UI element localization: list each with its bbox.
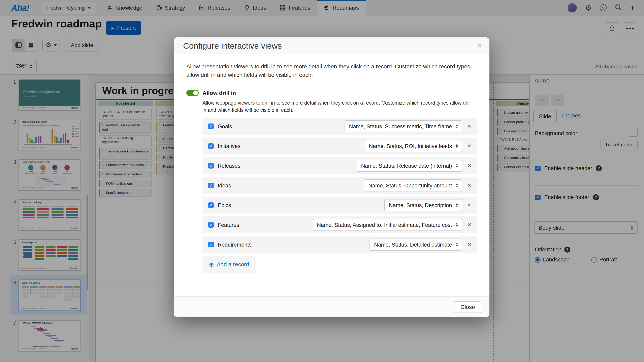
fields-select[interactable]: Name, Status, ROI, Initiative leads: [364, 140, 462, 152]
allow-drill-in-row: Allow drill in: [186, 90, 477, 96]
modal-footer: Close: [174, 297, 490, 317]
allow-drill-in-description: Allow webpage viewers to drill in to see…: [202, 99, 475, 114]
close-icon[interactable]: ✕: [477, 42, 482, 49]
fields-select[interactable]: Name, Status, Opportunity amount: [364, 180, 462, 192]
record-type-row-requirements: ✓RequirementsName, Status, Detailed esti…: [202, 236, 477, 253]
fields-value: Name, Status, ROI, Initiative leads: [369, 143, 452, 149]
close-button[interactable]: Close: [454, 301, 482, 313]
remove-record-type-icon[interactable]: ✕: [467, 143, 471, 149]
record-type-checkbox[interactable]: ✓: [208, 183, 214, 188]
record-type-checkbox[interactable]: ✓: [208, 124, 214, 129]
fields-select[interactable]: Name, Status, Detailed estimate: [370, 239, 462, 251]
modal-title: Configure interactive views: [183, 41, 282, 50]
record-type-label: Initiatives: [218, 143, 240, 149]
record-type-label: Requirements: [218, 242, 252, 248]
fields-value: Name, Status, Detailed estimate: [374, 242, 452, 248]
record-type-row-features: ✓FeaturesName, Status, Assigned to, Init…: [202, 217, 477, 234]
stepper-icon: [456, 164, 458, 168]
record-type-label: Goals: [218, 123, 232, 129]
stepper-icon: [456, 184, 458, 188]
record-type-checkbox[interactable]: ✓: [208, 222, 214, 228]
stepper-icon: [456, 203, 458, 207]
configure-interactive-views-modal: Configure interactive views ✕ Allow pres…: [174, 37, 490, 317]
remove-record-type-icon[interactable]: ✕: [467, 163, 471, 169]
fields-select[interactable]: Name, Status, Assigned to, Initial estim…: [312, 219, 462, 231]
remove-record-type-icon[interactable]: ✕: [467, 183, 471, 188]
modal-description: Allow presentation viewers to drill in t…: [186, 62, 471, 79]
stepper-icon: [456, 243, 458, 247]
fields-select[interactable]: Name, Status, Success metric, Time frame: [344, 120, 462, 132]
remove-record-type-icon[interactable]: ✕: [467, 124, 471, 129]
toggle-knob: [193, 90, 198, 95]
stepper-icon: [456, 223, 458, 227]
fields-select[interactable]: Name, Status, Description: [384, 199, 462, 211]
fields-value: Name, Status, Success metric, Time frame: [349, 123, 452, 129]
circle-plus-icon: ⊕: [209, 261, 214, 268]
record-type-checkbox[interactable]: ✓: [208, 143, 214, 149]
record-type-checkbox[interactable]: ✓: [208, 242, 214, 248]
record-type-row-releases: ✓ReleasesName, Status, Release date (int…: [202, 157, 477, 174]
record-type-row-goals: ✓GoalsName, Status, Success metric, Time…: [202, 118, 477, 135]
record-type-label: Ideas: [218, 183, 231, 189]
record-type-label: Epics: [218, 202, 231, 208]
record-type-rows: ✓GoalsName, Status, Success metric, Time…: [202, 118, 477, 253]
record-type-label: Features: [218, 222, 239, 228]
add-record-button[interactable]: ⊕ Add a record: [202, 256, 256, 273]
fields-value: Name, Status, Description: [389, 202, 452, 208]
remove-record-type-icon[interactable]: ✕: [467, 222, 471, 228]
record-type-row-epics: ✓EpicsName, Status, Description✕: [202, 197, 477, 214]
stepper-icon: [456, 144, 458, 148]
modal-body: Allow presentation viewers to drill in t…: [174, 54, 490, 297]
record-type-checkbox[interactable]: ✓: [208, 163, 214, 169]
app-root: Aha! Fredwin Cycling KnowledgeStrategyRe…: [0, 0, 644, 362]
fields-value: Name, Status, Assigned to, Initial estim…: [317, 222, 452, 228]
remove-record-type-icon[interactable]: ✕: [467, 242, 471, 248]
stepper-icon: [456, 124, 458, 128]
fields-value: Name, Status, Release date (internal): [361, 163, 452, 169]
fields-select[interactable]: Name, Status, Release date (internal): [356, 160, 462, 172]
allow-drill-in-label: Allow drill in: [202, 90, 236, 96]
modal-header: Configure interactive views ✕: [174, 37, 490, 54]
fields-value: Name, Status, Opportunity amount: [368, 183, 452, 189]
record-type-row-initiatives: ✓InitiativesName, Status, ROI, Initiativ…: [202, 138, 477, 155]
record-type-row-ideas: ✓IdeasName, Status, Opportunity amount✕: [202, 177, 477, 194]
record-type-checkbox[interactable]: ✓: [208, 203, 214, 208]
allow-drill-in-toggle[interactable]: [186, 90, 199, 96]
record-type-label: Releases: [218, 163, 240, 169]
remove-record-type-icon[interactable]: ✕: [467, 203, 471, 208]
